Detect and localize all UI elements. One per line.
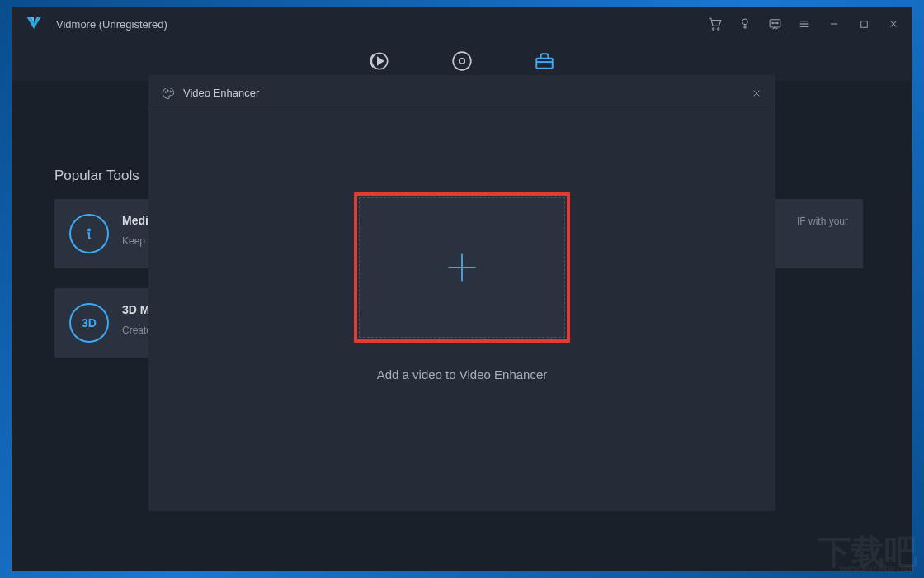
three-d-icon: 3D	[69, 303, 109, 343]
menu-icon[interactable]	[797, 17, 812, 31]
svg-point-20	[88, 229, 90, 230]
svg-point-5	[774, 22, 775, 23]
dropzone-text: Add a video to Video Enhancer	[377, 367, 548, 381]
tab-converter[interactable]	[367, 49, 392, 73]
svg-point-21	[165, 91, 167, 92]
svg-point-1	[718, 28, 719, 30]
svg-rect-18	[536, 59, 553, 69]
info-icon	[69, 214, 109, 253]
svg-point-23	[170, 91, 172, 92]
minimize-icon[interactable]	[827, 17, 842, 31]
modal-body: Add a video to Video Enhancer	[148, 111, 776, 511]
svg-point-4	[771, 22, 772, 23]
palette-icon	[162, 87, 175, 100]
feedback-icon[interactable]	[767, 17, 782, 31]
app-logo-icon	[23, 13, 45, 35]
modal-header: Video Enhancer	[148, 75, 776, 111]
svg-point-22	[167, 89, 169, 91]
key-icon[interactable]	[738, 17, 752, 31]
add-video-dropzone[interactable]	[359, 197, 565, 338]
modal-title: Video Enhancer	[183, 87, 751, 99]
modal-video-enhancer: Video Enhancer Add a video to Video Enha…	[148, 75, 776, 511]
tab-ripper[interactable]	[450, 49, 474, 73]
app-title: Vidmore (Unregistered)	[56, 18, 708, 31]
app-window: Vidmore (Unregistered)	[12, 7, 912, 571]
svg-marker-15	[378, 58, 384, 65]
cart-icon[interactable]	[708, 17, 723, 31]
svg-point-0	[713, 28, 714, 30]
tab-toolbox[interactable]	[532, 49, 557, 73]
svg-point-17	[460, 59, 465, 64]
modal-close-icon[interactable]	[751, 88, 762, 99]
svg-rect-11	[860, 21, 867, 27]
dropzone-highlight	[354, 192, 570, 343]
close-icon[interactable]	[886, 17, 901, 31]
titlebar-actions	[708, 17, 901, 31]
maximize-icon[interactable]	[856, 17, 871, 31]
titlebar: Vidmore (Unregistered)	[12, 7, 912, 41]
svg-point-16	[453, 52, 471, 70]
plus-icon	[444, 249, 480, 286]
svg-point-6	[776, 22, 777, 23]
svg-point-2	[742, 19, 748, 25]
